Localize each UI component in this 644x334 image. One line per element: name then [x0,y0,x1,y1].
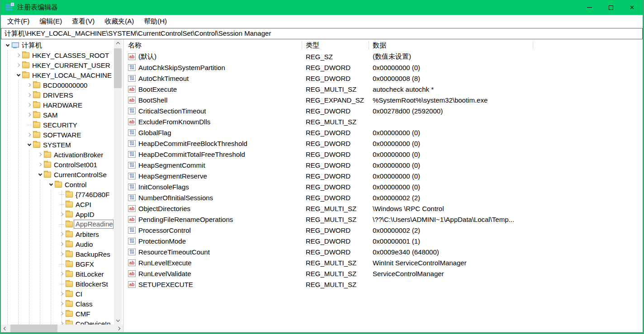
collapsed-chevron-icon[interactable] [25,84,33,86]
column-header-name[interactable]: 名称 [123,41,302,50]
value-row-processorcontrol[interactable]: ProcessorControlREG_DWORD0x00000002 (2) [123,225,643,235]
tree-item-class[interactable]: Class [1,299,114,309]
value-row-bootexecute[interactable]: BootExecuteREG_MULTI_SZautocheck autochk… [123,84,643,94]
collapsed-chevron-icon[interactable] [58,312,66,315]
tree-item-codevicein[interactable]: CoDeviceIn [1,319,114,325]
close-button[interactable]: × [621,0,643,15]
value-row-initconsoleflags[interactable]: InitConsoleFlagsREG_DWORD0x00000000 (0) [123,181,643,192]
value-row-autochktimeout[interactable]: AutoChkTimeoutREG_DWORD0x00000008 (8) [123,73,643,84]
tree-item-security[interactable]: SECURITY [1,120,114,130]
menu-item[interactable]: 帮助(H) [139,15,172,28]
menu-item[interactable]: 收藏夹(A) [99,15,139,28]
horizontal-scroll-thumb[interactable] [10,325,57,332]
title-bar: 注册表编辑器 × [1,0,643,15]
collapsed-chevron-icon[interactable] [58,233,66,235]
value-row-heapsegmentreserve[interactable]: HeapSegmentReserveREG_DWORD0x00000000 (0… [123,170,643,181]
minimize-button[interactable] [579,0,600,15]
tree-item-bcd00000000[interactable]: BCD00000000 [1,80,114,90]
tree-item-drivers[interactable]: DRIVERS [1,90,114,100]
collapsed-chevron-icon[interactable] [36,163,44,166]
tree-item-appreadiness[interactable]: AppReadiness [1,219,114,229]
tree-item--7746d80f[interactable]: {7746D80F [1,189,114,199]
collapsed-chevron-icon[interactable] [58,292,66,295]
expanded-chevron-icon[interactable] [4,45,11,46]
expanded-chevron-icon[interactable] [25,144,33,146]
tree-item-acpi[interactable]: ACPI [1,199,114,209]
tree-item-controlset001[interactable]: ControlSet001 [1,160,114,169]
expanded-chevron-icon[interactable] [36,174,44,175]
value-row-runlevelvalidate[interactable]: RunLevelValidateREG_MULTI_SZServiceContr… [123,268,643,279]
menu-item[interactable]: 编辑(E) [34,15,67,28]
column-header-type[interactable]: 类型 [302,41,369,50]
folder-icon [44,152,51,158]
value-row-autochkskipsystempartition[interactable]: AutoChkSkipSystemPartitionREG_DWORD0x000… [123,62,643,73]
value-row-setupexecute[interactable]: SETUPEXECUTEREG_MULTI_SZ [123,279,643,290]
tree-item-hardware[interactable]: HARDWARE [1,100,114,110]
tree-item-hkey_classes_root[interactable]: HKEY_CLASSES_ROOT [1,50,114,60]
tree-item--[interactable]: 计算机 [1,40,114,50]
collapsed-chevron-icon[interactable] [14,64,22,66]
collapsed-chevron-icon[interactable] [25,113,33,116]
value-row-runlevelexecute[interactable]: RunLevelExecuteREG_MULTI_SZWinInit Servi… [123,257,643,268]
value-row-numberofinitialsessions[interactable]: NumberOfInitialSessionsREG_DWORD0x000000… [123,192,643,203]
menu-item[interactable]: 查看(V) [67,15,99,28]
value-row-pendingfilerenameoperations[interactable]: PendingFileRenameOperationsREG_MULTI_SZ\… [123,214,643,225]
tree-vertical-scrollbar[interactable] [114,39,122,325]
address-bar[interactable]: 计算机\HKEY_LOCAL_MACHINE\SYSTEM\CurrentCon… [1,28,643,39]
maximize-button[interactable] [600,0,621,15]
column-header-data[interactable]: 数据 [369,41,533,50]
tree-item-bitlocker[interactable]: BitLocker [1,269,114,279]
vertical-scroll-thumb[interactable] [114,48,122,88]
tree-item-currentcontrolse[interactable]: CurrentControlSe [1,169,114,179]
tree-item-system[interactable]: SYSTEM [1,140,114,150]
value-row-protectionmode[interactable]: ProtectionModeREG_DWORD0x00000001 (1) [123,235,643,246]
value-row-heapdecommittotalfreethreshold[interactable]: HeapDeCommitTotalFreeThresholdREG_DWORD0… [123,149,643,160]
scroll-down-button[interactable] [114,317,122,325]
tree-item-activationbroker[interactable]: ActivationBroker [1,150,114,160]
folder-icon [66,241,73,247]
collapsed-chevron-icon[interactable] [25,94,33,96]
collapsed-chevron-icon[interactable] [14,54,22,56]
tree-horizontal-scrollbar[interactable] [1,325,123,332]
value-row-heapsegmentcommit[interactable]: HeapSegmentCommitREG_DWORD0x00000000 (0) [123,160,643,170]
value-row-excludefromknowndlls[interactable]: ExcludeFromKnownDllsREG_MULTI_SZ [123,116,643,127]
tree-item-hkey_local_machine[interactable]: HKEY_LOCAL_MACHINE [1,70,114,80]
value-row-criticalsectiontimeout[interactable]: CriticalSectionTimeoutREG_DWORD0x00278d0… [123,105,643,116]
minimize-icon [587,7,592,8]
tree-item-cmf[interactable]: CMF [1,309,114,319]
tree-item-control[interactable]: Control [1,179,114,189]
tree-item-appid[interactable]: AppID [1,209,114,219]
tree-item-audio[interactable]: Audio [1,239,114,249]
tree-item-sam[interactable]: SAM [1,110,114,120]
string-value-icon [128,118,136,125]
tree-item-bitlockerst[interactable]: BitlockerSt [1,279,114,289]
expanded-chevron-icon[interactable] [14,75,22,76]
value-row-bootshell[interactable]: BootShellREG_EXPAND_SZ%SystemRoot%\syste… [123,94,643,105]
tree-item-arbiters[interactable]: Arbiters [1,229,114,239]
value-row-resourcetimeoutcount[interactable]: ResourceTimeoutCountREG_DWORD0x0009e340 … [123,246,643,257]
value-row-globalflag[interactable]: GlobalFlagREG_DWORD0x00000000 (0) [123,127,643,138]
collapsed-chevron-icon[interactable] [36,153,44,156]
tree-item-software[interactable]: SOFTWARE [1,130,114,140]
tree-item-hkey_current_user[interactable]: HKEY_CURRENT_USER [1,60,114,70]
tree-item-ci[interactable]: CI [1,289,114,299]
collapsed-chevron-icon[interactable] [58,213,66,216]
collapsed-chevron-icon[interactable] [25,133,33,136]
scroll-left-button[interactable] [1,325,9,332]
dword-value-icon [128,227,136,234]
value-row-objectdirectories[interactable]: ObjectDirectoriesREG_MULTI_SZ\Windows \R… [123,203,643,214]
tree-scroll-area: 计算机HKEY_CLASSES_ROOTHKEY_CURRENT_USERHKE… [1,39,114,325]
collapsed-chevron-icon[interactable] [58,302,66,305]
collapsed-chevron-icon[interactable] [58,253,66,255]
menu-item[interactable]: 文件(F) [2,15,34,28]
scroll-right-button[interactable] [115,325,123,332]
collapsed-chevron-icon[interactable] [58,243,66,245]
expanded-chevron-icon[interactable] [47,184,55,185]
tree-item-backupres[interactable]: BackupRes [1,249,114,259]
value-row--[interactable]: (默认)REG_SZ(数值未设置) [123,51,643,62]
tree-item-bgfx[interactable]: BGFX [1,259,114,269]
value-row-heapdecommitfreeblockthreshold[interactable]: HeapDeCommitFreeBlockThresholdREG_DWORD0… [123,138,643,149]
collapsed-chevron-icon[interactable] [58,273,66,275]
collapsed-chevron-icon[interactable] [25,103,33,106]
scroll-up-button[interactable] [114,39,122,47]
